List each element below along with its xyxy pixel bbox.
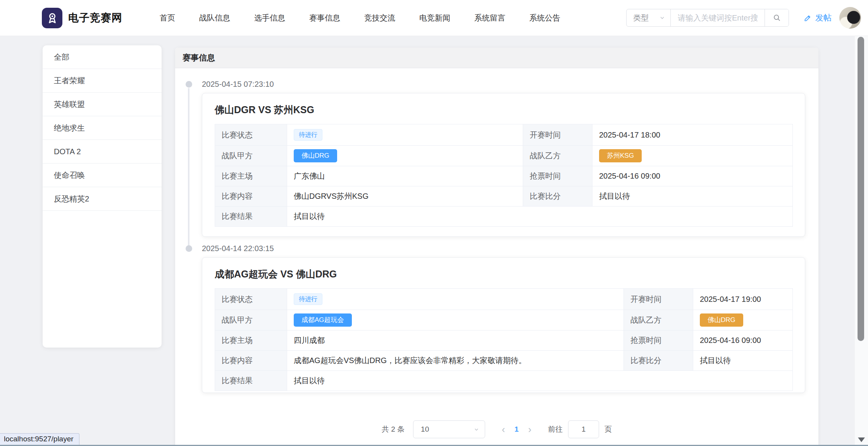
nav-item-players[interactable]: 选手信息 [254, 13, 285, 23]
field-value: 佛山DRG [693, 310, 793, 331]
table-row: 比赛内容 成都AG超玩会VS佛山DRG，比赛应该会非常精彩，大家敬请期待。 比赛… [215, 351, 793, 371]
field-label: 比赛结果 [215, 207, 287, 227]
navbar-right: 类型 发帖 [626, 7, 864, 29]
match-title: 佛山DGR VS 苏州KSG [215, 103, 792, 116]
nav-item-home[interactable]: 首页 [160, 13, 175, 23]
field-value: 成都AG超玩会 [287, 310, 624, 331]
table-row: 战队甲方 佛山DRG 战队乙方 苏州KSG [215, 146, 793, 166]
timeline-dot [186, 245, 192, 252]
sidebar-item-cod[interactable]: 使命召唤 [43, 164, 162, 187]
timeline-dot [186, 81, 192, 88]
table-row: 比赛结果 拭目以待 [215, 207, 793, 227]
sidebar-item-all[interactable]: 全部 [43, 45, 162, 69]
user-avatar[interactable] [839, 7, 861, 29]
brand[interactable]: 电子竞赛网 [42, 8, 122, 28]
field-label: 抢票时间 [624, 331, 693, 351]
field-value: 2025-04-16 09:00 [693, 331, 793, 351]
sidebar-item-cs2[interactable]: 反恐精英2 [43, 187, 162, 211]
page-size-value: 10 [421, 425, 429, 434]
field-value: 拭目以待 [287, 371, 793, 391]
category-list: 全部 王者荣耀 英雄联盟 绝地求生 DOTA 2 使命召唤 反恐精英2 [43, 45, 162, 211]
current-page[interactable]: 1 [510, 425, 523, 434]
match-title: 成都AG超玩会 VS 佛山DRG [215, 268, 792, 281]
field-value: 待进行 [287, 124, 523, 146]
sidebar-item-lol[interactable]: 英雄联盟 [43, 93, 162, 116]
nav-item-announcements[interactable]: 系统公告 [529, 13, 560, 23]
scrollbar-track[interactable] [855, 36, 868, 446]
table-row: 比赛主场 广东佛山 抢票时间 2025-04-16 09:00 [215, 166, 793, 186]
team-b-button[interactable]: 佛山DRG [700, 313, 743, 327]
field-label: 比赛比分 [624, 351, 693, 371]
scrollbar-down-arrow-icon[interactable] [858, 437, 865, 442]
match-info-panel: 赛事信息 2025-04-15 07:23:10 佛山DGR VS 苏州KSG … [175, 48, 818, 446]
field-value: 待进行 [287, 289, 624, 310]
scrollbar-thumb[interactable] [858, 37, 864, 341]
medal-icon [45, 11, 59, 25]
search-icon [773, 14, 781, 22]
sidebar-item-dota2[interactable]: DOTA 2 [43, 140, 162, 164]
goto-label: 前往 [548, 424, 563, 434]
main-nav: 首页 战队信息 选手信息 赛事信息 竞技交流 电竞新闻 系统留言 系统公告 [160, 13, 560, 23]
create-post-label: 发帖 [815, 12, 832, 23]
field-label: 开赛时间 [624, 289, 693, 310]
pagination-total: 共 2 条 [382, 424, 405, 434]
field-label: 抢票时间 [523, 166, 592, 186]
field-value: 拭目以待 [287, 207, 793, 227]
site-title: 电子竞赛网 [68, 11, 122, 25]
brand-logo-icon [42, 8, 62, 28]
browser-status-url: localhost:9527/player [0, 433, 79, 445]
chevron-down-icon [474, 427, 479, 432]
search-type-value: 类型 [633, 13, 649, 23]
search-type-select[interactable]: 类型 [627, 9, 671, 26]
sidebar-item-pubg[interactable]: 绝地求生 [43, 116, 162, 140]
next-page-button[interactable]: › [523, 421, 536, 438]
match-table: 比赛状态 待进行 开赛时间 2025-04-17 18:00 战队甲方 佛山DR… [215, 124, 793, 227]
field-value: 广东佛山 [287, 166, 523, 186]
field-value: 四川成都 [287, 331, 624, 351]
prev-page-button[interactable]: ‹ [497, 421, 510, 438]
table-row: 比赛内容 佛山DGRVS苏州KSG 比赛比分 拭目以待 [215, 186, 793, 207]
field-value: 2025-04-17 19:00 [693, 289, 793, 310]
field-label: 比赛状态 [215, 289, 287, 310]
nav-item-news[interactable]: 电竞新闻 [419, 13, 450, 23]
category-sidebar: 全部 王者荣耀 英雄联盟 绝地求生 DOTA 2 使命召唤 反恐精英2 [43, 45, 162, 348]
timeline-timestamp: 2025-04-15 07:23:10 [202, 80, 274, 89]
search-input[interactable] [671, 9, 765, 26]
goto-page-input[interactable] [568, 420, 599, 438]
nav-item-matches[interactable]: 赛事信息 [309, 13, 340, 23]
field-value: 拭目以待 [693, 351, 793, 371]
table-row: 比赛主场 四川成都 抢票时间 2025-04-16 09:00 [215, 331, 793, 351]
timeline-line [188, 88, 189, 249]
field-label: 比赛比分 [523, 186, 592, 207]
field-label: 开赛时间 [523, 124, 592, 146]
match-card: 佛山DGR VS 苏州KSG 比赛状态 待进行 开赛时间 2025-04-17 … [202, 93, 805, 237]
field-label: 比赛状态 [215, 124, 287, 146]
table-row: 比赛状态 待进行 开赛时间 2025-04-17 18:00 [215, 124, 793, 146]
nav-item-messages[interactable]: 系统留言 [474, 13, 505, 23]
field-value: 成都AG超玩会VS佛山DRG，比赛应该会非常精彩，大家敬请期待。 [287, 351, 624, 371]
status-tag: 待进行 [294, 293, 322, 305]
create-post-button[interactable]: 发帖 [804, 12, 832, 23]
table-row: 战队甲方 成都AG超玩会 战队乙方 佛山DRG [215, 310, 793, 331]
table-row: 比赛结果 拭目以待 [215, 371, 793, 391]
nav-item-forum[interactable]: 竞技交流 [364, 13, 395, 23]
field-label: 战队乙方 [523, 146, 592, 166]
page-size-select[interactable]: 10 [413, 420, 485, 438]
status-tag: 待进行 [294, 129, 322, 141]
nav-item-teams[interactable]: 战队信息 [199, 13, 230, 23]
pencil-icon [804, 14, 812, 22]
field-label: 战队乙方 [624, 310, 693, 331]
timeline-timestamp: 2025-04-14 22:03:15 [202, 244, 274, 253]
team-b-button[interactable]: 苏州KSG [599, 149, 642, 162]
sidebar-item-wangzhe[interactable]: 王者荣耀 [43, 69, 162, 93]
panel-title: 赛事信息 [175, 48, 818, 68]
field-value: 佛山DRG [287, 146, 523, 166]
team-a-button[interactable]: 成都AG超玩会 [294, 313, 352, 327]
field-label: 比赛主场 [215, 166, 287, 186]
match-table: 比赛状态 待进行 开赛时间 2025-04-17 19:00 战队甲方 成都AG… [215, 288, 793, 391]
team-a-button[interactable]: 佛山DRG [294, 149, 337, 162]
search-button[interactable] [765, 9, 789, 26]
field-value: 佛山DGRVS苏州KSG [287, 186, 523, 207]
search-group: 类型 [626, 9, 789, 27]
top-navbar: 电子竞赛网 首页 战队信息 选手信息 赛事信息 竞技交流 电竞新闻 系统留言 系… [0, 0, 868, 36]
